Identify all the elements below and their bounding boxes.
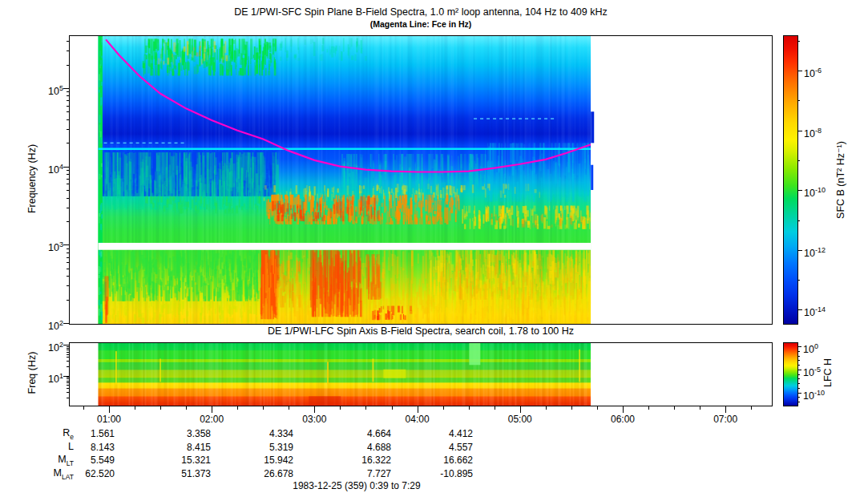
axis-tick [67,385,70,386]
ephemeris-value: 4.412 [401,428,473,439]
sfc-subtitle: (Magenta Line: Fce in Hz) [70,19,772,29]
axis-tick [263,406,264,410]
axis-tick [67,100,70,101]
axis-tick [67,257,70,258]
axis-tick [67,392,70,393]
axis-tick [797,41,800,42]
axis-tick [797,360,800,361]
lfc-y-tick-label: 101 [31,370,63,382]
sfc-colorbar-tick-label: 10-10 [804,184,826,196]
axis-tick [623,406,624,413]
ephemeris-value: 7.727 [319,468,391,479]
ephemeris-value: 16.322 [319,455,391,466]
axis-tick [67,143,70,143]
axis-tick [67,184,70,184]
axis-tick [160,406,161,410]
lfc-y-tick-label: 102 [31,338,63,351]
axis-tick [495,406,495,410]
axis-tick [797,250,802,251]
ephemeris-value: 15.942 [221,455,293,466]
ephemeris-value: 26.678 [221,468,293,479]
ephemeris-value: 51.373 [139,468,211,479]
axis-tick [67,366,70,367]
sfc-y-tick-label: 105 [31,82,63,95]
axis-tick [67,95,70,96]
ephemeris-value: 4.688 [319,442,391,453]
axis-tick [443,406,444,410]
axis-tick [237,406,238,410]
axis-tick [186,406,187,410]
x-tick-label: 01:00 [85,414,133,425]
axis-tick [67,41,70,42]
axis-tick [797,100,800,101]
sfc-title: DE 1/PWI-SFC Spin Plane B-Field Spectra,… [70,6,772,18]
footer-timespan: 1983-12-25 (359) 0:39 to 7:29 [260,480,453,491]
axis-tick [797,131,802,131]
axis-tick [797,160,800,161]
axis-tick [797,356,800,357]
lfc-spectrogram [70,343,772,406]
ephemeris-value: 8.143 [42,442,115,453]
axis-tick [67,300,70,301]
axis-tick [67,357,70,358]
axis-tick [67,65,70,66]
axis-tick [67,350,70,350]
axis-tick [67,248,70,249]
sfc-colorbar [784,36,797,324]
x-tick-label: 06:00 [599,414,647,425]
axis-tick [520,406,521,413]
axis-tick [597,406,598,410]
x-tick-label: 07:00 [701,414,749,425]
axis-tick [83,406,84,410]
axis-tick [67,269,70,269]
axis-tick [797,346,801,347]
axis-tick [797,374,800,375]
axis-tick [67,262,70,263]
axis-tick [314,406,315,413]
axis-tick [797,393,801,394]
ephemeris-value: 3.358 [139,428,211,439]
axis-tick [751,406,752,410]
sfc-colorbar-label: SFC B (nT² Hz⁻¹) [834,124,846,236]
axis-tick [67,174,70,175]
ephemeris-value: 5.319 [221,442,293,453]
axis-tick [797,383,800,384]
axis-tick [797,388,800,389]
axis-tick [67,170,70,171]
axis-tick [63,167,70,168]
figure-root: DE 1/PWI-SFC Spin Plane B-Field Spectra,… [0,0,868,497]
axis-tick [67,388,70,389]
axis-tick [797,190,802,191]
axis-tick [289,406,289,410]
lfc-title: DE 1/PWI-LFC Spin Axis B-Field Spectra, … [70,325,772,337]
ephemeris-value: 1.561 [42,428,115,439]
axis-tick [797,378,800,379]
axis-tick [797,309,802,310]
ephemeris-value: 8.415 [139,442,211,453]
sfc-spectrogram [70,36,772,324]
axis-tick [67,179,70,180]
ephemeris-value: 16.662 [401,455,473,466]
sfc-y-axis-label: Frequency (Hz) [26,131,38,227]
lfc-colorbar [784,343,797,406]
axis-tick [725,406,726,413]
ephemeris-value: 62.520 [42,468,115,479]
sfc-colorbar-tick-label: 10-6 [804,64,822,77]
axis-tick [109,406,110,413]
axis-tick [67,378,70,379]
axis-tick [67,382,70,383]
ephemeris-value: 5.549 [42,455,115,466]
axis-tick [67,190,70,191]
axis-tick [469,406,470,410]
lfc-colorbar-tick-label: 10-5 [803,363,821,376]
sfc-colorbar-tick-label: 10-12 [804,244,826,257]
lfc-colorbar-tick-label: 10-10 [803,386,825,399]
axis-tick [571,406,572,410]
sfc-y-tick-label: 104 [31,160,63,173]
axis-tick [67,346,70,347]
x-tick-label: 05:00 [496,414,544,425]
x-tick-label: 04:00 [394,414,442,425]
axis-tick [648,406,649,410]
axis-tick [797,220,800,221]
ephemeris-value: 4.334 [221,428,293,439]
